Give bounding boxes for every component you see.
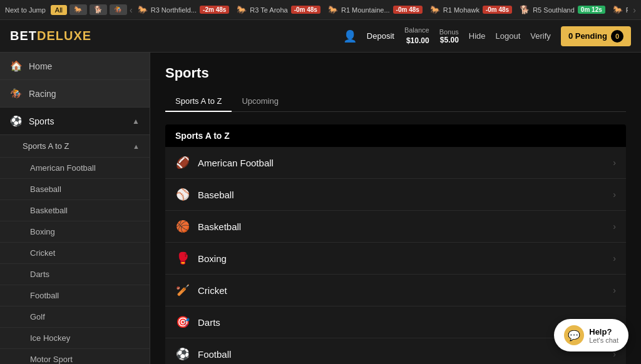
sport-name-basketball: Basketball — [198, 221, 605, 232]
home-icon: 🏠 — [10, 60, 23, 72]
submenu-header-sports-a-to-z[interactable]: Sports A to Z ▲ — [0, 135, 150, 158]
sport-name-american-football: American Football — [198, 158, 605, 168]
sport-item-american-football[interactable]: 🏈 American Football › — [165, 147, 626, 179]
race-label: R5 Southland — [533, 6, 575, 14]
race-time-badge: -0m 48s — [483, 6, 512, 14]
race-item[interactable]: 🐎 R3 Te Aroha -0m 48s — [237, 5, 320, 14]
chat-button[interactable]: 💬 Help? Let's chat — [554, 319, 628, 351]
bonus-value: $5.00 — [440, 36, 459, 44]
race-item[interactable]: 🐎 R1 Mohawk -0m 48s — [430, 5, 512, 14]
tabs-bar: Sports A to Z Upcoming — [165, 91, 626, 112]
sports-icon: ⚽ — [10, 115, 23, 127]
chevron-right-icon: › — [613, 285, 616, 295]
sidebar-item-home[interactable]: 🏠 Home — [0, 53, 150, 80]
race-item[interactable]: 🐕 R5 Southland 0m 12s — [520, 5, 605, 14]
football-icon: ⚽ — [175, 347, 190, 361]
race-label: R1 Mohawk — [443, 6, 479, 14]
sidebar-item-sports[interactable]: ⚽ Sports ▲ — [0, 108, 150, 135]
race-label: R3 Te Aroha — [250, 6, 287, 14]
sport-item-boxing[interactable]: 🥊 Boxing › — [165, 243, 626, 275]
sport-name-darts: Darts — [198, 317, 605, 328]
race-time-badge: -2m 48s — [200, 6, 229, 14]
boxing-icon: 🥊 — [175, 251, 190, 265]
race-time-badge: 0m 12s — [578, 6, 605, 14]
user-icon-button[interactable]: 👤 — [343, 29, 357, 43]
sidebar-submenu-item-baseball[interactable]: Baseball — [0, 179, 150, 200]
sidebar-submenu-item-basketball[interactable]: Basketball — [0, 200, 150, 221]
filter-dog-button[interactable]: 🐕 — [90, 4, 107, 15]
race-item[interactable]: 🐎 R3 Northfield... -2m 48s — [138, 5, 230, 14]
sidebar-submenu-item-golf[interactable]: Golf — [0, 306, 150, 328]
balance-section: Balance $10.00 — [404, 26, 429, 46]
deposit-button[interactable]: Deposit — [367, 31, 394, 41]
chevron-right-icon: › — [613, 158, 616, 168]
horse-icon: 🐕 — [520, 5, 530, 14]
horse-icon: 🐎 — [613, 5, 623, 14]
next-race-arrow[interactable]: › — [633, 5, 636, 15]
darts-icon: 🎯 — [175, 315, 190, 329]
sidebar-home-label: Home — [29, 61, 52, 71]
expand-sports-icon: ▲ — [132, 117, 140, 126]
chat-help-label: Help? — [589, 327, 618, 336]
pending-button[interactable]: 0 Pending 0 — [561, 26, 631, 46]
sidebar-submenu-item-cricket[interactable]: Cricket — [0, 243, 150, 264]
logo: BETDELUXE — [10, 29, 91, 43]
sports-submenu: Sports A to Z ▲ American Football Baseba… — [0, 135, 150, 364]
chevron-right-icon: › — [613, 253, 616, 263]
sidebar-submenu-item-boxing[interactable]: Boxing — [0, 221, 150, 243]
page-title: Sports — [165, 65, 626, 81]
chat-text: Help? Let's chat — [589, 327, 618, 344]
race-label: R3 Northfield... — [151, 6, 197, 14]
section-title-bar: Sports A to Z — [165, 124, 626, 147]
sidebar: 🏠 Home 🏇 Racing ⚽ Sports ▲ Sports A to Z… — [0, 53, 150, 364]
race-time-badge: -0m 48s — [291, 6, 320, 14]
sidebar-submenu-item-ice-hockey[interactable]: Ice Hockey — [0, 328, 150, 349]
sport-item-cricket[interactable]: 🏏 Cricket › — [165, 275, 626, 306]
race-label: R1 Mountaine... — [341, 6, 390, 14]
prev-race-arrow[interactable]: ‹ — [130, 5, 133, 15]
sidebar-submenu-item-motor-sport[interactable]: Motor Sport — [0, 349, 150, 364]
race-item[interactable]: 🐎 R2 Healesville 6m — [613, 5, 628, 14]
sidebar-sports-label: Sports — [29, 116, 54, 126]
sidebar-item-racing[interactable]: 🏇 Racing — [0, 80, 150, 108]
chat-icon: 💬 — [564, 325, 584, 345]
verify-button[interactable]: Verify — [530, 31, 551, 41]
submenu-header-label: Sports A to Z — [23, 141, 69, 151]
cricket-icon: 🏏 — [175, 283, 190, 297]
race-item[interactable]: 🐎 R1 Mountaine... -0m 48s — [328, 5, 423, 14]
horse-icon: 🐎 — [430, 5, 440, 14]
racing-events: 🐎 R3 Northfield... -2m 48s 🐎 R3 Te Aroha… — [138, 5, 628, 14]
tab-upcoming[interactable]: Upcoming — [232, 91, 289, 112]
filter-horse-button[interactable]: 🐎 — [69, 4, 87, 15]
balance-label: Balance — [404, 26, 429, 35]
content-area: Sports Sports A to Z Upcoming Sports A t… — [150, 53, 641, 364]
pending-count: 0 — [611, 30, 623, 43]
next-jump-label: Next to Jump — [5, 6, 46, 14]
header: BETDELUXE 👤 Deposit Balance $10.00 Bonus… — [0, 20, 641, 53]
hide-button[interactable]: Hide — [469, 31, 486, 41]
sport-name-cricket: Cricket — [198, 285, 605, 296]
header-actions: 👤 Deposit Balance $10.00 Bonus $5.00 Hid… — [343, 26, 631, 46]
sidebar-submenu-item-darts[interactable]: Darts — [0, 264, 150, 285]
horse-icon: 🐎 — [138, 5, 148, 14]
sport-item-basketball[interactable]: 🏀 Basketball › — [165, 211, 626, 243]
sidebar-submenu-item-football[interactable]: Football — [0, 285, 150, 306]
horse-icon: 🐎 — [328, 5, 338, 14]
tab-sports-a-to-z[interactable]: Sports A to Z — [165, 91, 232, 112]
racing-icon: 🏇 — [10, 88, 23, 99]
logout-button[interactable]: Logout — [496, 31, 521, 41]
sport-name-boxing: Boxing — [198, 253, 605, 264]
sidebar-submenu-item-american-football[interactable]: American Football — [0, 158, 150, 179]
pending-label: 0 Pending — [568, 31, 607, 41]
racing-bar-left: Next to Jump All 🐎 🐕 🏇 ‹ — [5, 4, 133, 15]
sidebar-racing-label: Racing — [29, 89, 56, 99]
sport-name-football: Football — [198, 349, 605, 360]
sport-item-baseball[interactable]: ⚾ Baseball › — [165, 179, 626, 211]
american-football-icon: 🏈 — [175, 156, 190, 169]
chat-sub-label: Let's chat — [589, 336, 618, 344]
chevron-right-icon: › — [613, 190, 616, 200]
baseball-icon: ⚾ — [175, 188, 190, 201]
filter-harness-button[interactable]: 🏇 — [110, 4, 127, 15]
filter-all-button[interactable]: All — [51, 5, 67, 15]
sport-name-baseball: Baseball — [198, 190, 605, 200]
